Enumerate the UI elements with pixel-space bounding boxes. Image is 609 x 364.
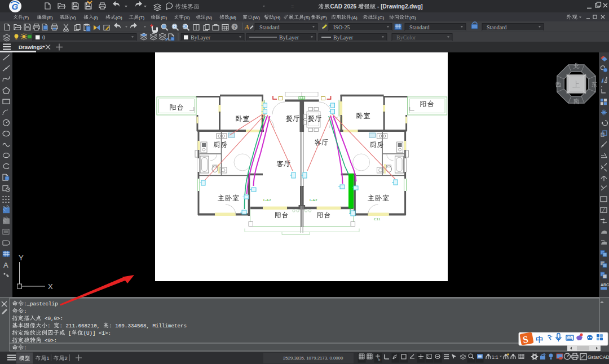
svg-text:(H): (H) — [274, 15, 280, 20]
svg-text:X: X — [48, 282, 53, 291]
svg-text:ISO-25: ISO-25 — [333, 24, 350, 30]
svg-text:: 211.668210,: : 211.668210, — [60, 323, 103, 329]
svg-text:(D): (D) — [161, 15, 167, 20]
svg-text:<0,0>:: <0,0>: — [42, 316, 64, 322]
svg-text:(G): (G) — [409, 15, 416, 20]
svg-text:Standard: Standard — [409, 24, 430, 30]
svg-text:(V): (V) — [70, 15, 76, 20]
svg-text:(U)] <1>:: (U)] <1>: — [83, 330, 112, 336]
svg-text:(I): (I) — [94, 15, 98, 20]
svg-text:?: ? — [233, 24, 236, 30]
svg-text:中: 中 — [536, 335, 543, 344]
svg-text::: : — [47, 323, 54, 329]
svg-text:(S): (S) — [304, 15, 310, 20]
svg-text:C11: C11 — [374, 217, 381, 221]
svg-text:[: [ — [65, 330, 72, 336]
svg-text:ByColor: ByColor — [396, 34, 416, 41]
svg-text:(X): (X) — [184, 15, 190, 20]
svg-text:ByLayer: ByLayer — [333, 34, 354, 41]
svg-text:1: 1 — [47, 356, 50, 361]
svg-text::: : — [24, 308, 27, 314]
svg-text:1-A2: 1-A2 — [263, 198, 271, 202]
svg-text:- [Drawing2.dwg]: - [Drawing2.dwg] — [376, 3, 422, 10]
svg-text:ByLayer: ByLayer — [191, 34, 211, 41]
svg-text:CAD 2025: CAD 2025 — [330, 3, 358, 10]
svg-text:(T): (T) — [139, 15, 145, 20]
svg-text:<0>:: <0>: — [42, 338, 58, 344]
svg-text:(W): (W) — [253, 15, 260, 20]
svg-text:A: A — [244, 23, 249, 31]
svg-text:1:1: 1:1 — [492, 354, 498, 360]
svg-text::: : — [24, 345, 27, 351]
svg-text:(N): (N) — [206, 15, 212, 20]
svg-text:Drawing2*: Drawing2* — [19, 44, 45, 50]
svg-text:(E): (E) — [47, 15, 53, 20]
svg-text:(C): (C) — [378, 15, 384, 20]
svg-text:Standard: Standard — [487, 24, 507, 30]
svg-text:: 169.334568, Millimeters: : 169.334568, Millimeters — [109, 323, 187, 329]
svg-text:(A): (A) — [351, 15, 358, 20]
svg-text:0: 0 — [42, 34, 45, 41]
svg-text:ByLayer: ByLayer — [279, 34, 299, 41]
svg-text:ABC: ABC — [601, 283, 609, 287]
svg-text:(O): (O) — [116, 15, 122, 20]
svg-text:G: G — [12, 2, 19, 11]
svg-text::_pasteclip: :_pasteclip — [24, 301, 58, 307]
svg-text:GstarCAD: GstarCAD — [588, 354, 609, 360]
svg-text:(M): (M) — [230, 15, 236, 20]
svg-text:(P): (P) — [321, 15, 327, 20]
svg-text:A: A — [3, 261, 8, 269]
svg-text:1-A2: 1-A2 — [309, 198, 317, 202]
svg-text:2529.3835, 1079.2173, 0.0000: 2529.3835, 1079.2173, 0.0000 — [283, 356, 343, 361]
svg-text:(F): (F) — [23, 15, 29, 20]
svg-text:Y: Y — [19, 254, 24, 262]
svg-text:2: 2 — [65, 356, 68, 361]
svg-text:=: = — [291, 3, 294, 9]
svg-text:Standard: Standard — [259, 24, 280, 30]
